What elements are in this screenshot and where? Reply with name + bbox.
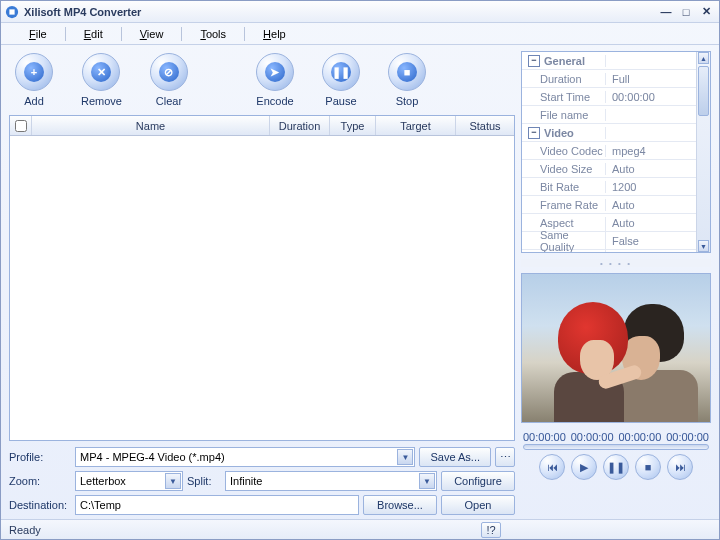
titlebar: Xilisoft MP4 Converter — □ ✕ <box>1 1 719 23</box>
pause-icon: ❚❚ <box>607 461 625 474</box>
prop-file-name[interactable]: File name <box>522 106 710 124</box>
profile-label: Profile: <box>9 451 71 463</box>
menu-view[interactable]: View <box>130 26 174 42</box>
chevron-down-icon: ▼ <box>397 449 413 465</box>
remove-button[interactable]: ✕Remove <box>81 53 122 107</box>
prop-group-general[interactable]: −General <box>522 52 710 70</box>
play-icon: ▶ <box>580 461 588 474</box>
prop-same-quality[interactable]: Same QualityFalse <box>522 232 710 250</box>
menu-separator <box>244 27 245 41</box>
split-select[interactable]: Infinite▼ <box>225 471 437 491</box>
list-header: Name Duration Type Target Status <box>10 116 514 136</box>
app-icon <box>5 5 19 19</box>
scrollbar-thumb[interactable] <box>698 66 709 116</box>
chevron-down-icon: ▼ <box>419 473 435 489</box>
pause-icon: ❚❚ <box>332 66 350 79</box>
browse-button[interactable]: Browse... <box>363 495 437 515</box>
help-button[interactable]: !? <box>481 522 501 538</box>
select-all-checkbox[interactable] <box>15 120 27 132</box>
profile-more-button[interactable]: ⋯ <box>495 447 515 467</box>
menu-separator <box>65 27 66 41</box>
clear-button[interactable]: ⊘Clear <box>150 53 188 107</box>
prop-start-time[interactable]: Start Time00:00:00 <box>522 88 710 106</box>
prop-bit-rate[interactable]: Bit Rate1200 <box>522 178 710 196</box>
stop-button[interactable]: ■Stop <box>388 53 426 107</box>
menu-help[interactable]: Help <box>253 26 296 42</box>
splitter-grip[interactable]: • • • • <box>521 259 711 267</box>
properties-scrollbar[interactable]: ▲ ▼ <box>696 52 710 252</box>
save-as-button[interactable]: Save As... <box>419 447 491 467</box>
pause-preview-button[interactable]: ❚❚ <box>603 454 629 480</box>
help-icon: !? <box>486 524 495 536</box>
chevron-down-icon: ▼ <box>165 473 181 489</box>
svg-rect-1 <box>9 9 14 14</box>
col-checkbox[interactable] <box>10 116 32 135</box>
skip-forward-icon: ⏭ <box>675 461 686 473</box>
toolbar: +Add ✕Remove ⊘Clear ➤Encode ❚❚Pause ■Sto… <box>9 51 515 115</box>
close-button[interactable]: ✕ <box>697 5 715 19</box>
play-button[interactable]: ▶ <box>571 454 597 480</box>
encode-button[interactable]: ➤Encode <box>256 53 294 107</box>
prop-frame-rate[interactable]: Frame RateAuto <box>522 196 710 214</box>
app-window: Xilisoft MP4 Converter — □ ✕ File Edit V… <box>0 0 720 540</box>
file-list: Name Duration Type Target Status <box>9 115 515 441</box>
content-area: +Add ✕Remove ⊘Clear ➤Encode ❚❚Pause ■Sto… <box>1 45 719 519</box>
stop-icon: ■ <box>645 461 652 473</box>
menubar: File Edit View Tools Help <box>1 23 719 45</box>
time-0: 00:00:00 <box>523 431 566 443</box>
menu-separator <box>121 27 122 41</box>
stop-icon: ■ <box>404 66 411 78</box>
split-label: Split: <box>187 475 221 487</box>
pause-button[interactable]: ❚❚Pause <box>322 53 360 107</box>
clear-icon: ⊘ <box>164 66 173 79</box>
time-1: 00:00:00 <box>571 431 614 443</box>
col-duration[interactable]: Duration <box>270 116 330 135</box>
col-name[interactable]: Name <box>32 116 270 135</box>
minimize-button[interactable]: — <box>657 5 675 19</box>
collapse-icon[interactable]: − <box>528 127 540 139</box>
time-2: 00:00:00 <box>618 431 661 443</box>
preview-pane <box>521 273 711 423</box>
col-type[interactable]: Type <box>330 116 376 135</box>
seek-slider[interactable] <box>523 444 709 450</box>
destination-input[interactable]: C:\Temp <box>75 495 359 515</box>
open-button[interactable]: Open <box>441 495 515 515</box>
prev-button[interactable]: ⏮ <box>539 454 565 480</box>
prop-video-codec[interactable]: Video Codecmpeg4 <box>522 142 710 160</box>
scroll-down-icon[interactable]: ▼ <box>698 240 709 252</box>
right-pane: −General DurationFull Start Time00:00:00… <box>521 51 711 515</box>
statusbar: Ready !? <box>1 519 719 539</box>
menu-separator <box>181 27 182 41</box>
x-icon: ✕ <box>97 66 106 79</box>
encode-icon: ➤ <box>270 66 279 79</box>
configure-button[interactable]: Configure <box>441 471 515 491</box>
time-ruler: 00:00:00 00:00:00 00:00:00 00:00:00 <box>521 429 711 443</box>
maximize-button[interactable]: □ <box>677 5 695 19</box>
time-3: 00:00:00 <box>666 431 709 443</box>
left-pane: +Add ✕Remove ⊘Clear ➤Encode ❚❚Pause ■Sto… <box>9 51 515 515</box>
app-title: Xilisoft MP4 Converter <box>24 6 655 18</box>
menu-file[interactable]: File <box>19 26 57 42</box>
plus-icon: + <box>31 66 37 78</box>
settings-form: Profile: MP4 - MPEG-4 Video (*.mp4)▼ Sav… <box>9 447 515 515</box>
col-target[interactable]: Target <box>376 116 456 135</box>
zoom-label: Zoom: <box>9 475 71 487</box>
prop-video-size[interactable]: Video SizeAuto <box>522 160 710 178</box>
scroll-up-icon[interactable]: ▲ <box>698 52 709 64</box>
collapse-icon[interactable]: − <box>528 55 540 67</box>
list-body[interactable] <box>10 136 514 440</box>
properties-panel: −General DurationFull Start Time00:00:00… <box>521 51 711 253</box>
stop-preview-button[interactable]: ■ <box>635 454 661 480</box>
prop-duration[interactable]: DurationFull <box>522 70 710 88</box>
destination-label: Destination: <box>9 499 71 511</box>
playback-controls: ⏮ ▶ ❚❚ ■ ⏭ <box>521 454 711 480</box>
profile-select[interactable]: MP4 - MPEG-4 Video (*.mp4)▼ <box>75 447 415 467</box>
menu-tools[interactable]: Tools <box>190 26 236 42</box>
skip-back-icon: ⏮ <box>547 461 558 473</box>
col-status[interactable]: Status <box>456 116 514 135</box>
zoom-select[interactable]: Letterbox▼ <box>75 471 183 491</box>
add-button[interactable]: +Add <box>15 53 53 107</box>
next-button[interactable]: ⏭ <box>667 454 693 480</box>
menu-edit[interactable]: Edit <box>74 26 113 42</box>
prop-group-video[interactable]: −Video <box>522 124 710 142</box>
